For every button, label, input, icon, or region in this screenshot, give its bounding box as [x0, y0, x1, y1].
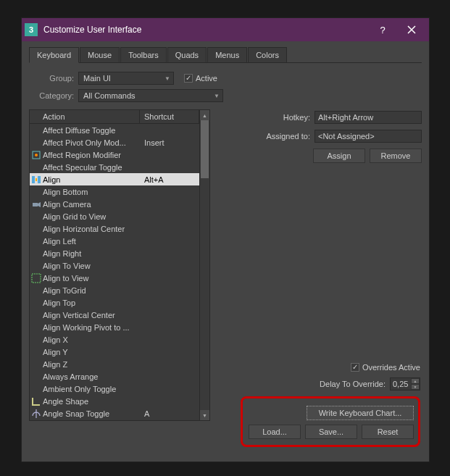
- tab-bar: Keyboard Mouse Toolbars Quads Menus Colo…: [29, 47, 422, 63]
- row-action: Align Top: [43, 298, 140, 307]
- delay-spinner[interactable]: 0,25 ▲ ▼: [390, 377, 420, 391]
- hotkey-label: Hotkey:: [283, 113, 310, 122]
- row-action: Affect Specular Toggle: [43, 163, 140, 172]
- row-icon: [30, 199, 43, 209]
- table-row[interactable]: Affect Region Modifier: [30, 149, 199, 161]
- group-row: Group: Main UI ▼ Active: [29, 72, 422, 85]
- remove-button[interactable]: Remove: [370, 149, 422, 163]
- table-row[interactable]: Align Left: [30, 235, 199, 247]
- row-action: Ambient Only Toggle: [43, 385, 140, 393]
- col-action[interactable]: Action: [30, 110, 140, 123]
- row-icon: [30, 396, 43, 406]
- overrides-checkbox[interactable]: Overrides Active: [351, 363, 420, 372]
- table-row[interactable]: Angle Shape: [30, 395, 199, 407]
- row-action: Align Bottom: [43, 188, 140, 196]
- table-row[interactable]: Align Z: [30, 358, 199, 370]
- delay-value: 0,25: [391, 380, 411, 388]
- row-action: Align Grid to View: [43, 212, 140, 221]
- table-row[interactable]: Align Working Pivot to ...: [30, 321, 199, 333]
- row-action: Angle Shape: [43, 397, 140, 406]
- titlebar: 3 Customize User Interface ?: [22, 18, 429, 41]
- scroll-up-icon[interactable]: ▲: [200, 110, 209, 120]
- svg-point-1: [35, 154, 38, 156]
- table-row[interactable]: Align Grid to View: [30, 210, 199, 222]
- table-header: Action Shortcut: [30, 110, 199, 124]
- checkbox-icon: [351, 363, 359, 372]
- row-action: Align Y: [43, 348, 140, 356]
- active-label: Active: [196, 74, 217, 83]
- row-icon: [30, 175, 43, 185]
- row-shortcut: Insert: [140, 138, 199, 147]
- tab-keyboard[interactable]: Keyboard: [29, 47, 79, 63]
- table-row[interactable]: Ambient Only Toggle: [30, 383, 199, 395]
- svg-rect-3: [38, 176, 41, 183]
- group-label: Group:: [29, 74, 74, 83]
- reset-button[interactable]: Reset: [362, 425, 414, 439]
- tab-colors[interactable]: Colors: [248, 47, 287, 62]
- active-checkbox[interactable]: Active: [184, 74, 217, 83]
- scrollbar[interactable]: ▲ ▼: [199, 110, 209, 420]
- spin-down-icon[interactable]: ▼: [411, 384, 420, 390]
- row-action: Align Vertical Center: [43, 311, 140, 320]
- table-row[interactable]: Align Top: [30, 296, 199, 309]
- table-row[interactable]: AlignAlt+A: [30, 173, 199, 185]
- save-button[interactable]: Save...: [305, 425, 357, 439]
- table-row[interactable]: Align Vertical Center: [30, 309, 199, 321]
- scroll-down-icon[interactable]: ▼: [200, 410, 209, 420]
- hotkey-row: Hotkey:: [222, 111, 422, 124]
- category-row: Category: All Commands ▼: [29, 89, 422, 102]
- hotkey-input[interactable]: [314, 111, 422, 124]
- dialog-content: Keyboard Mouse Toolbars Quads Menus Colo…: [22, 41, 429, 427]
- assign-button[interactable]: Assign: [313, 149, 365, 163]
- write-chart-button[interactable]: Write Keyboard Chart...: [307, 406, 414, 420]
- assigned-row: Assigned to:: [222, 130, 422, 143]
- tab-menus[interactable]: Menus: [207, 47, 247, 62]
- group-value: Main UI: [83, 74, 111, 83]
- highlight-annotation: Write Keyboard Chart... Load... Save... …: [241, 396, 420, 447]
- table-row[interactable]: Affect Diffuse Toggle: [30, 124, 199, 136]
- row-icon: [30, 150, 43, 160]
- overrides-label: Overrides Active: [362, 363, 420, 372]
- table-row[interactable]: Align Bottom: [30, 185, 199, 198]
- assigned-input[interactable]: [314, 130, 422, 143]
- table-row[interactable]: Align Y: [30, 346, 199, 358]
- group-select[interactable]: Main UI ▼: [78, 72, 174, 85]
- category-select[interactable]: All Commands ▼: [78, 89, 223, 102]
- table-row[interactable]: Affect Specular Toggle: [30, 161, 199, 173]
- table-row[interactable]: Align Horizontal Center: [30, 222, 199, 235]
- table-row[interactable]: Always Arrange: [30, 370, 199, 383]
- chevron-down-icon: ▼: [164, 75, 170, 82]
- spin-up-icon[interactable]: ▲: [411, 378, 420, 384]
- category-value: All Commands: [83, 91, 136, 100]
- svg-rect-2: [32, 176, 35, 183]
- dialog-window: 3 Customize User Interface ? Keyboard Mo…: [21, 17, 430, 462]
- load-button[interactable]: Load...: [249, 425, 301, 439]
- tab-quads[interactable]: Quads: [167, 47, 207, 62]
- tab-toolbars[interactable]: Toolbars: [120, 47, 167, 62]
- row-action: Align Z: [43, 360, 140, 369]
- row-action: Align Horizontal Center: [43, 225, 140, 233]
- checkbox-icon: [184, 74, 193, 83]
- table-row[interactable]: Align to View: [30, 272, 199, 284]
- table-row[interactable]: Affect Pivot Only Mod...Insert: [30, 136, 199, 149]
- svg-rect-6: [32, 274, 41, 283]
- window-title: Customize User Interface: [43, 25, 368, 35]
- table-row[interactable]: Align Camera: [30, 198, 199, 210]
- table-row[interactable]: Align ToGrid: [30, 284, 199, 296]
- chevron-down-icon: ▼: [214, 93, 220, 99]
- col-shortcut[interactable]: Shortcut: [140, 110, 199, 123]
- svg-rect-4: [36, 178, 37, 181]
- row-action: Angle Snap Toggle: [43, 409, 140, 418]
- table-row[interactable]: Align X: [30, 333, 199, 346]
- tab-mouse[interactable]: Mouse: [80, 47, 120, 62]
- actions-table: Action Shortcut Affect Diffuse ToggleAff…: [29, 109, 210, 421]
- table-row[interactable]: Align Right: [30, 247, 199, 259]
- row-icon: [30, 409, 43, 419]
- table-row[interactable]: Angle Snap ToggleA: [30, 407, 199, 419]
- table-row[interactable]: Align To View: [30, 259, 199, 272]
- row-action: Align to View: [43, 274, 140, 283]
- row-shortcut: A: [140, 409, 199, 418]
- help-button[interactable]: ?: [368, 18, 397, 41]
- close-button[interactable]: [397, 18, 426, 41]
- scroll-thumb[interactable]: [201, 120, 209, 178]
